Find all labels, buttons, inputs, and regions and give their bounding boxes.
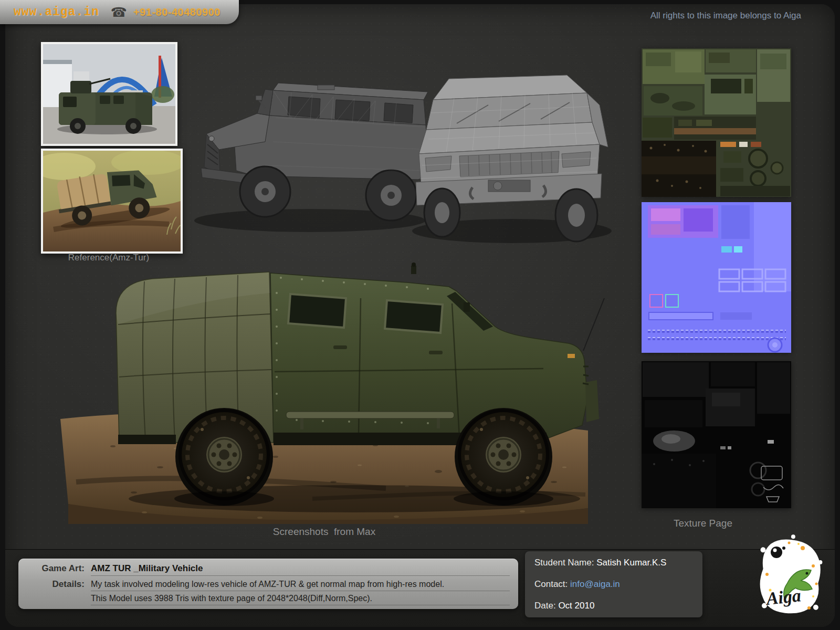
student-name-label: Student Name: <box>534 558 594 568</box>
specular-texture-map <box>642 361 791 508</box>
render-screenshot <box>39 261 609 524</box>
student-name-value: Satish Kumar.K.S <box>596 558 666 568</box>
date-row: Date: Oct 2010 <box>534 601 693 611</box>
game-art-title: AMZ TUR _Military Vehicle <box>91 563 510 576</box>
header-tab: www.aiga.in ☎ +91-80-40480900 <box>0 0 239 24</box>
rights-notice: All rights to this image belongs to Aiga <box>650 10 801 21</box>
details-row-2: This Model uses 3988 Tris with texture p… <box>24 594 510 605</box>
contact-email-link[interactable]: info@aiga.in <box>570 579 620 589</box>
student-panel: Student Name: Satish Kumar.K.S Contact: … <box>525 551 702 617</box>
contact-label: Contact: <box>534 579 568 589</box>
wireframe-screenshot <box>181 47 617 257</box>
contact-row: Contact: info@aiga.in <box>534 579 693 590</box>
diffuse-texture-map <box>642 48 791 197</box>
reference-photo-offroad <box>41 149 183 254</box>
student-name-row: Student Name: Satish Kumar.K.S <box>534 558 693 568</box>
info-panel: Game Art: AMZ TUR _Military Vehicle Deta… <box>18 559 518 609</box>
details-label: Details: <box>24 579 91 590</box>
texture-caption: Texture Page <box>644 518 762 529</box>
date-value: Oct 2010 <box>558 601 594 611</box>
details-line-2: This Model uses 3988 Tris with texture p… <box>91 594 510 605</box>
normal-texture-map <box>642 202 791 353</box>
details-line-1: My task involved modeling low-res vehicl… <box>91 580 510 591</box>
details-row-1: Details: My task involved modeling low-r… <box>24 579 510 591</box>
logo-text: Aiga <box>764 585 802 608</box>
portfolio-page: www.aiga.in ☎ +91-80-40480900 All rights… <box>0 0 840 630</box>
reference-photo-expo <box>41 42 177 146</box>
date-label: Date: <box>534 601 556 611</box>
phone-number: +91-80-40480900 <box>133 6 220 18</box>
game-art-row: Game Art: AMZ TUR _Military Vehicle <box>24 563 510 576</box>
game-art-label: Game Art: <box>24 563 91 574</box>
aiga-logo: Aiga <box>754 533 824 617</box>
phone-icon: ☎ <box>111 5 127 20</box>
screenshots-caption: Screenshots from Max <box>39 526 609 538</box>
site-url: www.aiga.in <box>14 5 99 19</box>
